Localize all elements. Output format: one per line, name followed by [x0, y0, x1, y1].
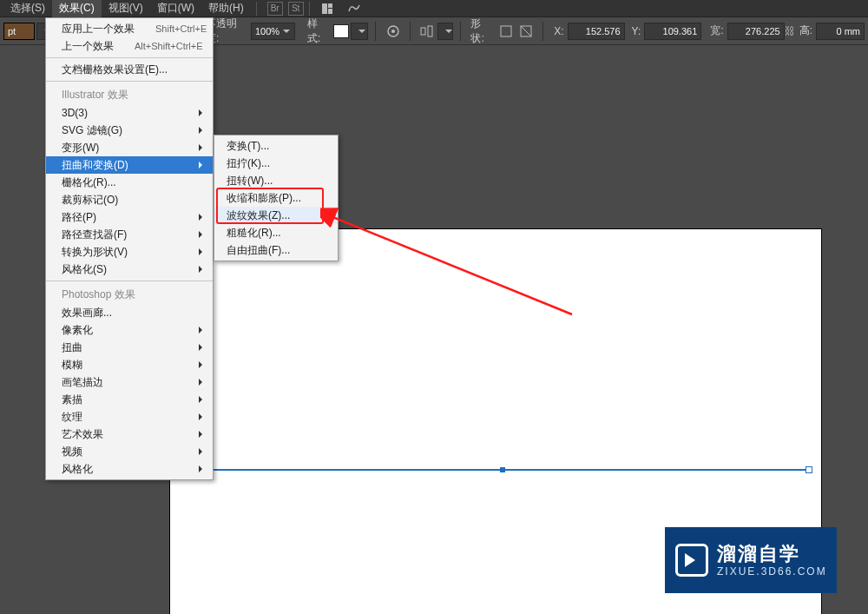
menu-item-last-effect[interactable]: 上一个效果 Alt+Shift+Ctrl+E [46, 37, 213, 55]
menu-item-texture[interactable]: 纹理 [46, 408, 213, 426]
style-swatch[interactable] [333, 24, 350, 38]
label: 栅格化(R)... [62, 175, 116, 190]
play-icon [675, 544, 708, 577]
section-header-photoshop: Photoshop 效果 [46, 284, 213, 304]
section-header-illustrator: Illustrator 效果 [46, 84, 213, 104]
label: 3D(3) [62, 107, 88, 119]
menu-item-convert-to-shape[interactable]: 转换为形状(V) [46, 243, 213, 261]
watermark-title: 溜溜自学 [717, 543, 827, 565]
svg-rect-2 [328, 9, 332, 14]
menu-item-rasterize[interactable]: 栅格化(R)... [46, 174, 213, 191]
separator [46, 281, 213, 281]
label: 变形(W) [62, 141, 99, 155]
svg-rect-7 [501, 26, 511, 36]
label: 转换为形状(V) [62, 245, 128, 260]
menu-item-artistic[interactable]: 艺术效果 [46, 426, 213, 443]
separator [375, 22, 376, 41]
shape-label: 形状: [470, 17, 493, 46]
label: 波纹效果(Z)... [227, 208, 290, 223]
h-field[interactable]: 0 mm [816, 23, 865, 40]
menu-item-path[interactable]: 路径(P) [46, 208, 213, 226]
menu-help[interactable]: 帮助(H) [201, 0, 251, 17]
submenu-item-free-distort[interactable]: 自由扭曲(F)... [214, 241, 338, 259]
selection-handle[interactable] [806, 466, 812, 473]
shortcut: Alt+Shift+Ctrl+E [114, 41, 203, 51]
svg-line-9 [521, 26, 531, 36]
menu-item-video[interactable]: 视频 [46, 443, 213, 460]
shape-ico-1[interactable] [498, 23, 515, 40]
separator [410, 22, 411, 41]
menu-item-pathfinder[interactable]: 路径查找器(F) [46, 226, 213, 243]
label: 扭曲 [62, 340, 82, 355]
menu-item-distort-ps[interactable]: 扭曲 [46, 339, 213, 356]
recolor-icon[interactable] [385, 23, 401, 40]
align-dd[interactable] [437, 23, 453, 40]
watermark-subtitle: ZIXUE.3D66.COM [717, 565, 827, 578]
w-field[interactable]: 276.225 [727, 23, 785, 40]
label: 上一个效果 [62, 39, 114, 54]
menu-item-distort-transform[interactable]: 扭曲和变换(D) [46, 156, 213, 174]
label: 收缩和膨胀(P)... [227, 191, 301, 206]
label: 模糊 [62, 358, 82, 373]
menu-view[interactable]: 视图(V) [102, 0, 150, 17]
submenu-item-roughen[interactable]: 粗糙化(R)... [214, 224, 338, 241]
label: 风格化 [62, 462, 93, 477]
opacity-field[interactable]: 100% [251, 23, 295, 40]
w-label: 宽: [710, 23, 723, 38]
menu-item-stylize-ps[interactable]: 风格化 [46, 460, 213, 478]
selection-center[interactable] [500, 467, 505, 472]
label: 画笔描边 [62, 375, 103, 390]
menu-item-brush-strokes[interactable]: 画笔描边 [46, 373, 213, 391]
menu-item-apply-last-effect[interactable]: 应用上一个效果 Shift+Ctrl+E [46, 20, 213, 37]
label: 扭转(W)... [227, 174, 273, 188]
stock-icon[interactable]: St [288, 2, 304, 16]
menu-bar: 选择(S) 效果(C) 视图(V) 窗口(W) 帮助(H) Br St [0, 0, 868, 17]
menu-item-svg-filters[interactable]: SVG 滤镜(G) [46, 122, 213, 139]
submenu-item-tweak[interactable]: 扭拧(K)... [214, 155, 338, 172]
label: 效果画廊... [62, 306, 112, 320]
separator [309, 2, 310, 16]
label: 应用上一个效果 [62, 22, 135, 36]
menu-item-warp[interactable]: 变形(W) [46, 139, 213, 156]
separator [542, 22, 543, 41]
y-label: Y: [632, 25, 641, 37]
label: 艺术效果 [62, 427, 103, 442]
watermark-card: 溜溜自学 ZIXUE.3D66.COM [665, 527, 837, 593]
align-icon[interactable] [419, 23, 436, 40]
label: 路径查找器(F) [62, 228, 127, 242]
y-field[interactable]: 109.361 [644, 23, 701, 40]
submenu-item-twist[interactable]: 扭转(W)... [214, 172, 338, 189]
x-label: X: [554, 25, 563, 37]
effects-dropdown: 应用上一个效果 Shift+Ctrl+E 上一个效果 Alt+Shift+Ctr… [45, 17, 214, 480]
menu-item-stylize-ai[interactable]: 风格化(S) [46, 261, 213, 278]
menu-select[interactable]: 选择(S) [3, 0, 52, 17]
menu-item-3d[interactable]: 3D(3) [46, 104, 213, 122]
separator [460, 22, 461, 41]
arrange-icon[interactable] [320, 1, 339, 17]
menu-item-pixelate[interactable]: 像素化 [46, 321, 213, 339]
x-field[interactable]: 152.576 [568, 23, 625, 40]
menu-window[interactable]: 窗口(W) [150, 0, 201, 17]
svg-rect-5 [421, 28, 425, 35]
gpu-icon[interactable] [345, 1, 364, 17]
separator [46, 57, 213, 58]
submenu-item-transform[interactable]: 变换(T)... [214, 137, 338, 155]
shape-ico-2[interactable] [518, 23, 535, 40]
menu-effects[interactable]: 效果(C) [52, 0, 102, 17]
submenu-item-zig-zag[interactable]: 波纹效果(Z)... [214, 207, 338, 224]
link-wh-icon[interactable]: ⛓ [785, 25, 796, 37]
menu-item-doc-raster-settings[interactable]: 文档栅格效果设置(E)... [46, 61, 213, 78]
label: 扭拧(K)... [227, 156, 270, 171]
menu-item-blur[interactable]: 模糊 [46, 356, 213, 373]
menu-item-sketch[interactable]: 素描 [46, 391, 213, 408]
separator [256, 2, 257, 16]
submenu-item-pucker-bloat[interactable]: 收缩和膨胀(P)... [214, 189, 338, 207]
menu-item-effect-gallery[interactable]: 效果画廊... [46, 304, 213, 321]
h-label: 高: [799, 23, 812, 38]
label: 视频 [62, 445, 82, 459]
style-dd[interactable] [351, 23, 368, 40]
stroke-unit[interactable]: pt [3, 23, 35, 40]
label: SVG 滤镜(G) [62, 123, 122, 138]
bridge-icon[interactable]: Br [267, 2, 283, 16]
menu-item-crop-marks[interactable]: 裁剪标记(O) [46, 191, 213, 208]
